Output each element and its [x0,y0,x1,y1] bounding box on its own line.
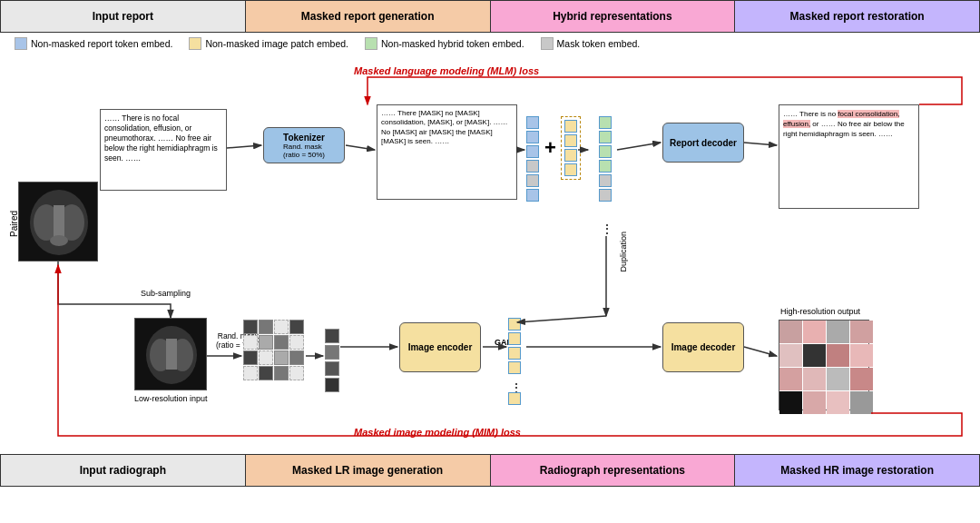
header-input-report: Input report [1,1,246,32]
header-hybrid: Hybrid representations [491,1,736,32]
bottom-header-radiograph: Radiograph representations [491,455,736,486]
mim-loss-label: Masked image modeling (MIM) loss [354,427,521,438]
lowres-input-image [134,318,207,390]
bottom-header-masked-lr: Masked LR image generation [246,455,491,486]
svg-line-24 [744,347,777,356]
restored-report-box: …… There is no focal consolidation, effu… [779,104,919,209]
highres-label: High-resolution output [780,307,860,316]
patch-cell [274,335,289,350]
legend-blue: Non-masked report token embed. [15,37,172,50]
patch-cell [259,366,273,380]
patch-cell [274,350,289,365]
patch-cell [243,350,258,365]
bottom-header-input: Input radiograph [1,455,246,486]
svg-point-5 [50,235,68,246]
patch-cell [289,350,304,365]
patch-cell-mask [243,335,258,350]
extracted-patches [325,329,339,392]
image-patch-embed-column [561,116,581,180]
image-decoder-box: Image decoder [662,322,744,372]
input-report-box: …… There is no focal consolidation, effu… [100,109,227,191]
legend-box-green [365,37,377,50]
svg-line-13 [227,145,261,148]
chest-xray-image [18,182,98,262]
report-token-column [526,116,539,202]
image-embed-column [508,318,521,374]
patch-cell-mask [289,366,304,380]
patch-cell-mask [243,366,258,380]
bottom-header-masked-hr: Masked HR image restoration [735,455,979,486]
top-header: Input report Masked report generation Hy… [0,0,980,33]
image-embed-column-2 [508,392,521,405]
diagram-area: Masked language modeling (MLM) loss Mask… [0,54,980,454]
legend-box-gray [541,37,554,50]
lowres-label: Low-resolution input [134,394,208,403]
legend-box-yellow [189,37,201,50]
svg-line-26 [517,316,606,322]
mlm-loss-label: Masked language modeling (MLM) loss [354,65,539,76]
svg-line-18 [744,143,777,145]
dots-hybrid: ⋮ [601,222,613,235]
highres-output-image [779,320,869,410]
legend-gray: Mask token embed. [541,37,641,50]
duplication-label: Duplication [619,232,628,272]
svg-rect-10 [166,339,177,370]
legend-bar: Non-masked report token embed. Non-maske… [0,33,980,54]
report-decoder-box: Report decoder [662,123,744,163]
patch-cell-mask [274,320,289,334]
svg-line-17 [617,143,661,150]
patch-cell-mask [259,350,273,365]
legend-box-blue [15,37,27,50]
patch-cell [259,320,273,334]
legend-green: Non-masked hybrid token embed. [365,37,524,50]
bottom-header: Input radiograph Masked LR image generat… [0,454,980,487]
svg-line-14 [346,145,375,150]
legend-yellow: Non-masked image patch embed. [189,37,348,50]
image-patch-grid [243,320,304,380]
masked-report-box: …… There [MASK] no [MASK] consolidation,… [377,104,517,200]
patch-cell [259,335,273,350]
tokenizer-box: Tokenizer Rand. mask (ratio = 50%) [263,127,345,163]
patch-cell-mask [289,335,304,350]
svg-rect-4 [54,205,64,240]
header-masked-gen: Masked report generation [246,1,491,32]
header-restore: Masked report restoration [735,1,979,32]
patch-cell [243,320,258,334]
plus-sign: + [544,136,556,160]
hybrid-token-column [599,116,612,202]
subsampling-label: Sub-sampling [141,289,191,298]
image-encoder-box: Image encoder [399,322,481,372]
patch-cell [289,320,304,334]
patch-cell [274,366,289,380]
